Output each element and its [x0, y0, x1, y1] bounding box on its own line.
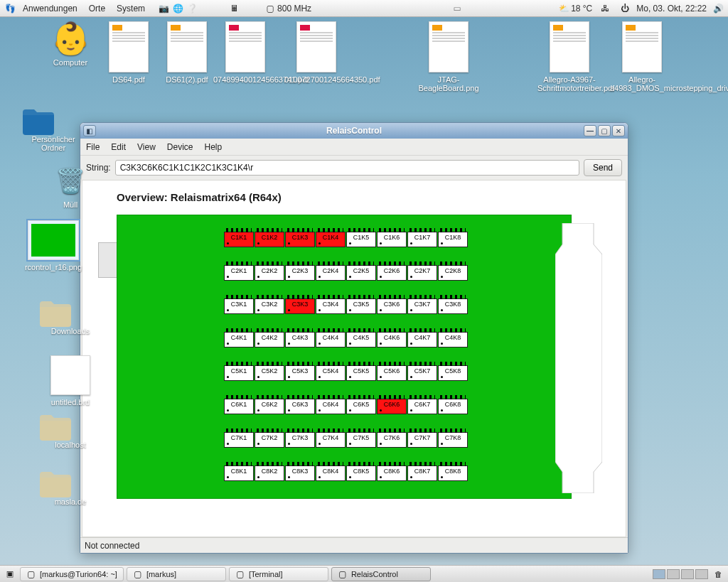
relay-C2K2[interactable]: C2K2 [255, 265, 284, 281]
string-input[interactable] [115, 160, 579, 176]
desktop-icon-computer[interactable]: 👶Computer [38, 21, 102, 67]
relay-C6K8[interactable]: C6K8 [438, 399, 468, 414]
relay-C2K7[interactable]: C2K7 [407, 265, 437, 281]
task-button[interactable]: ▢[markus] [127, 567, 226, 581]
relay-C5K3[interactable]: C5K3 [285, 365, 315, 381]
relay-C6K1[interactable]: C6K1 [224, 399, 254, 414]
relay-C3K2[interactable]: C3K2 [255, 298, 284, 314]
relay-C6K4[interactable]: C6K4 [316, 399, 346, 414]
relay-C8K3[interactable]: C8K3 [285, 465, 315, 481]
relay-C7K6[interactable]: C7K6 [377, 432, 407, 448]
menu-places[interactable]: Orte [83, 4, 111, 14]
menu-view[interactable]: View [132, 142, 161, 152]
relay-C6K3[interactable]: C6K3 [285, 399, 315, 414]
titlebar[interactable]: ◧ RelaisControl — ▢ ✕ [80, 123, 628, 139]
browser-icon[interactable]: 🌐 [171, 4, 185, 14]
close-button[interactable]: ✕ [612, 125, 625, 136]
relay-C3K8[interactable]: C3K8 [438, 298, 468, 314]
desktop-icon-allegro2[interactable]: Allegro-a4983_DMOS_microstepping_driver_… [610, 21, 674, 92]
relay-C4K4[interactable]: C4K4 [316, 332, 346, 347]
maximize-button[interactable]: ▢ [598, 125, 611, 136]
volume-icon[interactable]: 🔊 [711, 4, 725, 14]
relay-C7K4[interactable]: C7K4 [316, 432, 346, 448]
relay-C2K3[interactable]: C2K3 [285, 265, 315, 281]
relay-C6K2[interactable]: C6K2 [255, 399, 284, 414]
shutdown-icon[interactable]: ⏻ [618, 4, 632, 14]
relay-C5K5[interactable]: C5K5 [346, 365, 376, 381]
relay-C4K6[interactable]: C4K6 [377, 332, 407, 347]
relay-C3K5[interactable]: C3K5 [346, 298, 376, 314]
desktop-icon-num1[interactable]: 0748994001245663741.pdf [213, 21, 277, 84]
relay-C1K3[interactable]: C1K3 [285, 232, 315, 247]
help-icon[interactable]: ❔ [185, 4, 199, 14]
desktop-icon-ds64[interactable]: DS64.pdf [97, 21, 161, 84]
relay-C2K5[interactable]: C2K5 [346, 265, 376, 281]
menu-help[interactable]: Help [199, 142, 228, 152]
relay-C2K4[interactable]: C2K4 [316, 265, 346, 281]
desktop-icon-jtag[interactable]: JTAG-BeagleBoard.png [417, 21, 481, 92]
relay-C3K7[interactable]: C3K7 [407, 298, 437, 314]
clock[interactable]: Mo, 03. Okt, 22:22 [632, 4, 711, 14]
trash-applet-icon[interactable]: 🗑 [711, 570, 725, 578]
minimize-button[interactable]: — [584, 125, 596, 136]
relay-C2K8[interactable]: C2K8 [438, 265, 468, 281]
relay-C4K8[interactable]: C4K8 [438, 332, 468, 347]
desktop-icon-untitled[interactable]: untitled.brd [38, 355, 102, 406]
relay-C1K7[interactable]: C1K7 [407, 232, 437, 247]
relay-C8K7[interactable]: C8K7 [407, 465, 437, 481]
relay-C8K1[interactable]: C8K1 [224, 465, 254, 481]
desktop-icon-rcontrol[interactable]: rcontrol_r16.png [21, 220, 85, 271]
desktop-icon-num2[interactable]: 0100727001245664350.pdf [284, 21, 348, 84]
send-button[interactable]: Send [584, 159, 622, 176]
menu-system[interactable]: System [111, 4, 151, 14]
relay-C8K4[interactable]: C8K4 [316, 465, 346, 481]
relay-C5K2[interactable]: C5K2 [255, 365, 284, 381]
task-button[interactable]: ▢[Terminal] [229, 567, 328, 581]
desktop-icon-home[interactable]: Persönlicher Ordner [21, 107, 85, 152]
relay-C8K8[interactable]: C8K8 [438, 465, 468, 481]
relay-C4K1[interactable]: C4K1 [224, 332, 254, 347]
task-button[interactable]: ▢RelaisControl [331, 567, 431, 581]
relay-C7K3[interactable]: C7K3 [285, 432, 315, 448]
relay-C8K2[interactable]: C8K2 [255, 465, 284, 481]
menu-edit[interactable]: Edit [105, 142, 132, 152]
relay-C3K6[interactable]: C3K6 [377, 298, 407, 314]
workspace-4[interactable] [695, 569, 708, 579]
desktop-icon-downloads[interactable]: Downloads [38, 298, 102, 335]
relay-C3K4[interactable]: C3K4 [316, 298, 346, 314]
relay-C7K5[interactable]: C7K5 [346, 432, 376, 448]
relay-C1K2[interactable]: C1K2 [255, 232, 284, 247]
relay-C3K1[interactable]: C3K1 [224, 298, 254, 314]
relay-C2K6[interactable]: C2K6 [377, 265, 407, 281]
relay-C7K1[interactable]: C7K1 [224, 432, 254, 448]
menu-file[interactable]: File [83, 142, 105, 152]
relay-C7K7[interactable]: C7K7 [407, 432, 437, 448]
calculator-icon[interactable]: 🖩 [228, 4, 242, 14]
gnome-foot-icon[interactable]: 👣 [3, 4, 17, 14]
relay-C5K4[interactable]: C5K4 [316, 365, 346, 381]
desktop-icon-localhost[interactable]: localhost [38, 412, 102, 449]
relay-C8K6[interactable]: C8K6 [377, 465, 407, 481]
relay-C6K5[interactable]: C6K5 [346, 399, 376, 414]
window-menu-icon[interactable]: ◧ [83, 125, 96, 136]
relay-C1K5[interactable]: C1K5 [346, 232, 376, 247]
relay-C4K7[interactable]: C4K7 [407, 332, 437, 347]
relay-C1K6[interactable]: C1K6 [377, 232, 407, 247]
menu-applications[interactable]: Anwendungen [17, 4, 83, 14]
workspace-switcher[interactable] [653, 569, 708, 579]
relay-C3K3[interactable]: C3K3 [285, 298, 315, 314]
relay-C5K6[interactable]: C5K6 [377, 365, 407, 381]
relay-C2K1[interactable]: C2K1 [224, 265, 254, 281]
relay-C5K1[interactable]: C5K1 [224, 365, 254, 381]
task-button[interactable]: ▢[markus@Turion64: ~] [20, 567, 124, 581]
relay-C7K8[interactable]: C7K8 [438, 432, 468, 448]
screenshot-icon[interactable]: 📷 [156, 4, 171, 14]
battery-icon[interactable]: ▭ [450, 4, 464, 14]
relay-C1K1[interactable]: C1K1 [224, 232, 254, 247]
workspace-1[interactable] [653, 569, 665, 579]
relay-C4K2[interactable]: C4K2 [255, 332, 284, 347]
relay-C8K5[interactable]: C8K5 [346, 465, 376, 481]
relay-C7K2[interactable]: C7K2 [255, 432, 284, 448]
relay-C4K3[interactable]: C4K3 [285, 332, 315, 347]
relay-C1K8[interactable]: C1K8 [438, 232, 468, 247]
